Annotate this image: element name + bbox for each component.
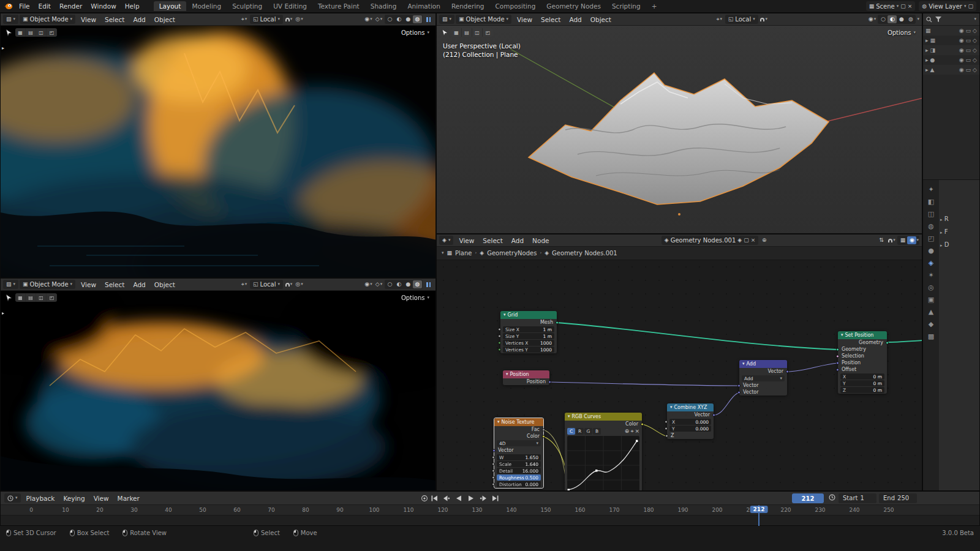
menu-item[interactable]: View [77, 280, 100, 289]
pivot-point-button[interactable]: ⌖▾ [239, 15, 249, 24]
expand-icon[interactable]: ▸ [925, 47, 929, 53]
auto-keying-button[interactable] [420, 493, 429, 503]
collapse-icon[interactable]: ▾ [670, 405, 673, 410]
toolbar-expand-arrow[interactable]: ▸ [2, 310, 4, 316]
render-pause-button[interactable] [424, 280, 433, 289]
field-size-x[interactable]: Size X1 m [503, 326, 554, 332]
menu-item[interactable]: View [89, 494, 113, 503]
new-layer-icon[interactable]: ▢ [968, 4, 973, 9]
options-dropdown[interactable]: Options▾ [401, 294, 429, 301]
options-dropdown[interactable]: Options▾ [888, 29, 916, 36]
frame-start-field[interactable]: Start 1 [839, 493, 876, 503]
solid-shading-icon[interactable]: ◐ [394, 15, 404, 23]
node-vector-math-add[interactable]: ▾Add Vector Add▾ Vector Vector [739, 360, 787, 395]
toolbar-expand-arrow[interactable]: ▸ [2, 45, 4, 51]
collapse-icon[interactable]: ▾ [497, 420, 500, 424]
chevron-down-icon[interactable]: ▾ [974, 17, 976, 21]
roughness-socket[interactable] [492, 476, 495, 479]
collapse-icon[interactable]: ▾ [841, 333, 843, 337]
value-socket[interactable] [492, 463, 495, 466]
curve-widget[interactable] [567, 436, 639, 490]
select-lasso-tool-button[interactable]: ◰ [483, 28, 493, 37]
menu-item[interactable]: Node [528, 236, 553, 245]
next-keyframe-button[interactable] [478, 494, 488, 503]
menu-item[interactable]: View [454, 236, 478, 245]
render-viewport-canvas[interactable]: ▸ ▦ ▤ ◫ ◰ Options▾ [1, 291, 435, 490]
expand-icon[interactable]: ▸ [925, 37, 929, 43]
blender-logo[interactable] [4, 2, 13, 10]
play-reverse-button[interactable] [454, 494, 464, 503]
select-box-tool-button[interactable]: ▤ [26, 293, 36, 302]
menu-item[interactable]: Add [565, 15, 586, 24]
operation-dropdown[interactable]: Add▾ [742, 375, 785, 381]
outliner-row-scene-collection[interactable]: ▦◉▭◇ [923, 26, 979, 36]
select-lasso-tool-button[interactable]: ◰ [47, 293, 57, 302]
noise-value-field[interactable]: Scale1.640 [497, 461, 541, 467]
select-box-tool-button[interactable]: ▤ [26, 28, 36, 37]
close-icon[interactable]: × [908, 4, 913, 9]
overlays-toggle-icon[interactable]: ◉ [907, 236, 916, 244]
menu-item[interactable]: Object [586, 15, 616, 24]
menu-item[interactable]: Add [507, 236, 528, 245]
timeline-track[interactable] [1, 515, 979, 526]
editor-type-button[interactable]: ▧▾ [3, 15, 18, 24]
collapse-icon[interactable]: ▾ [568, 414, 570, 419]
node-group-datablock[interactable]: ◈ Geometry Nodes.001 ◈ ▢ × [662, 236, 759, 245]
proportional-editing-button[interactable]: ◎▾ [295, 280, 304, 289]
cursor-tool-icon[interactable] [6, 294, 12, 302]
position-input-socket[interactable] [836, 361, 839, 364]
snap-toggle[interactable]: ▾ [284, 280, 293, 289]
show-gizmo-button[interactable]: ◉▾ [867, 15, 876, 24]
editor-type-button[interactable]: ▾ [4, 493, 21, 503]
node-position[interactable]: ▾Position Position [503, 370, 549, 385]
jump-to-start-button[interactable] [429, 494, 439, 503]
grid-overlay-icon[interactable]: ▦ [898, 236, 907, 244]
scene-selector[interactable]: ▦ Scene ▾ ▢ × [866, 1, 916, 11]
wireframe-shading-icon[interactable]: ○ [878, 15, 888, 23]
vertices-x-socket[interactable] [498, 342, 501, 345]
node-header[interactable]: ▾Add [739, 360, 787, 368]
vertices-y-socket[interactable] [498, 348, 501, 351]
noise-value-field[interactable]: W1.650 [497, 454, 541, 460]
node-combine-xyz[interactable]: ▾Combine XYZ Vector X0.000 Y0.000 Z [667, 403, 714, 439]
field-y[interactable]: Y0.000 [669, 425, 711, 432]
tab-constraints[interactable]: ▣ [928, 296, 934, 303]
playhead[interactable]: 212 [758, 505, 760, 526]
channel-button[interactable]: C [567, 428, 575, 435]
menu-item[interactable]: Select [478, 236, 507, 245]
editor-type-button[interactable]: ▧▾ [439, 15, 454, 24]
menu-item[interactable]: Window [86, 2, 120, 10]
y-socket[interactable] [665, 427, 668, 430]
geometry-output-socket[interactable] [886, 341, 889, 344]
transform-orientation-dropdown[interactable]: ◱Local▾ [725, 15, 758, 24]
breadcrumb-object[interactable]: Plane [455, 250, 472, 257]
value-socket[interactable] [492, 456, 495, 459]
collapse-icon[interactable]: ▾ [742, 362, 745, 366]
render-icon[interactable]: ◇ [973, 47, 977, 53]
delete-point-icon[interactable]: × [635, 429, 639, 434]
node-header[interactable]: ▾Set Position [838, 331, 887, 339]
search-icon[interactable] [926, 17, 932, 23]
render-icon[interactable]: ◇ [973, 57, 977, 63]
outliner-row-camera[interactable]: ▸◨◉▭◇ [923, 45, 979, 55]
wireframe-shading-icon[interactable]: ○ [385, 280, 394, 288]
material-shading-icon[interactable]: ● [404, 280, 413, 288]
position-output-socket[interactable] [548, 380, 551, 383]
pin-button[interactable]: ⊕ [760, 236, 769, 245]
tab-tool[interactable]: ✦ [928, 186, 933, 193]
workspace-tab[interactable]: Animation [402, 1, 446, 11]
select-box-tool-button[interactable]: ▤ [462, 28, 472, 37]
pivot-point-button[interactable]: ⌖▾ [715, 15, 724, 24]
screen-icon[interactable]: ▭ [966, 67, 971, 73]
vector-input-socket-2[interactable] [737, 391, 741, 394]
menu-item[interactable]: Keying [59, 494, 89, 503]
overlays-button[interactable]: ◇▾ [374, 280, 383, 289]
channel-button[interactable]: R [576, 428, 584, 435]
field-x[interactable]: X0.000 [669, 419, 711, 425]
geometry-input-socket[interactable] [836, 348, 839, 351]
editor-type-button[interactable]: ▧▾ [3, 280, 18, 289]
tab-view-layer[interactable]: ◍ [928, 223, 934, 230]
overlays-button[interactable]: ◇▾ [374, 15, 383, 24]
node-header[interactable]: ▾Combine XYZ [667, 403, 714, 411]
tab-render[interactable]: ◧ [928, 198, 934, 205]
